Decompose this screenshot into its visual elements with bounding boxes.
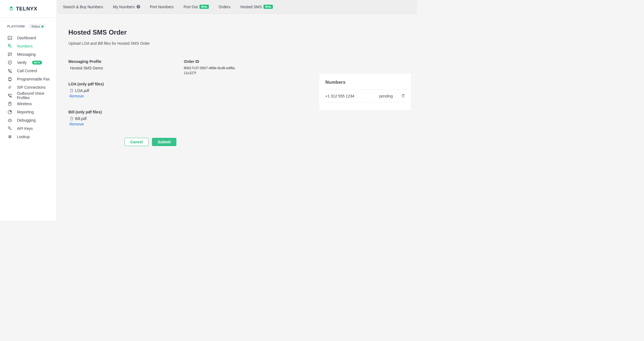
- sidebar-item-label: Wireless: [17, 102, 32, 106]
- tabbar: Search & Buy Numbers My Numbers ? Port N…: [57, 0, 417, 14]
- loa-remove-link[interactable]: Remove: [68, 94, 173, 98]
- status-dot-icon: [41, 26, 43, 27]
- sidebar-item-label: Reporting: [17, 110, 34, 114]
- trash-icon: [401, 94, 405, 98]
- tab-port-numbers[interactable]: Port Numbers: [150, 5, 174, 9]
- svg-point-16: [8, 127, 10, 128]
- sidebar-item-outbound-voice[interactable]: Outbound Voice Profiles: [7, 91, 57, 100]
- messaging-profile-label: Messaging Profile: [68, 59, 173, 64]
- tab-label: My Numbers: [113, 5, 135, 9]
- reporting-icon: [7, 109, 13, 115]
- svg-point-10: [10, 54, 10, 54]
- tab-hosted-sms[interactable]: Hosted SMS Beta: [240, 5, 273, 9]
- number-row: +1 312 555 1234 pending: [325, 90, 406, 103]
- tab-orders[interactable]: Orders: [219, 5, 231, 9]
- page-title: Hosted SMS Order: [68, 29, 406, 36]
- numbers-card-title: Numbers: [325, 80, 406, 90]
- svg-point-15: [9, 119, 11, 122]
- api-keys-icon: [7, 126, 13, 131]
- sidebar-item-label: Outbound Voice Profiles: [17, 91, 57, 100]
- bill-filename: Bill.pdf: [75, 116, 87, 121]
- order-id-label: Order ID: [184, 59, 236, 64]
- svg-marker-0: [9, 6, 13, 8]
- file-icon: [70, 89, 73, 93]
- tab-label: Port Out: [184, 5, 198, 9]
- svg-point-8: [10, 46, 10, 46]
- beta-badge: Beta: [199, 5, 209, 9]
- sidebar-item-call-control[interactable]: Call Control: [7, 67, 57, 75]
- delete-number-button[interactable]: [401, 94, 406, 99]
- number-phone: +1 312 555 1234: [325, 94, 379, 98]
- svg-point-11: [10, 54, 11, 54]
- brand-name: TELNYX: [16, 6, 37, 12]
- sidebar-item-numbers[interactable]: Numbers: [7, 42, 57, 50]
- logo[interactable]: TELNYX: [0, 0, 57, 18]
- sidebar-item-label: Lookup: [17, 135, 30, 139]
- sidebar-item-label: API Keys: [17, 126, 33, 131]
- sidebar-item-label: Debugging: [17, 118, 36, 122]
- sidebar-item-programmable-fax[interactable]: Programmable Fax: [7, 75, 57, 83]
- sidebar-nav: Dashboard Numbers Messaging: [7, 34, 57, 141]
- outbound-voice-icon: [7, 93, 12, 98]
- messaging-profile-value: Hosted SMS Demo: [68, 66, 173, 70]
- numbers-card: Numbers +1 312 555 1234 pending: [319, 74, 411, 110]
- tab-search-buy[interactable]: Search & Buy Numbers: [63, 5, 103, 9]
- beta-badge: BETA: [32, 61, 42, 65]
- lookup-icon: [7, 134, 13, 139]
- beta-badge: Beta: [263, 5, 273, 9]
- sidebar-section-label: PLATFORM: [7, 25, 25, 28]
- sidebar-item-label: SIP Connections: [17, 85, 46, 90]
- svg-rect-4: [8, 44, 10, 46]
- numbers-icon: [7, 43, 13, 49]
- sidebar-item-label: Call Control: [17, 69, 37, 73]
- sidebar-item-label: Numbers: [17, 44, 33, 48]
- sidebar-item-api-keys[interactable]: API Keys: [7, 124, 57, 133]
- messaging-icon: [7, 52, 13, 57]
- status-pill[interactable]: Status: [29, 24, 46, 29]
- bill-file: Bill.pdf: [68, 116, 173, 121]
- sidebar-item-lookup[interactable]: Lookup: [7, 133, 57, 141]
- loa-file: LOA.pdf: [68, 88, 173, 93]
- sidebar-item-verify[interactable]: Verify BETA: [7, 58, 57, 67]
- help-icon: ?: [137, 5, 140, 9]
- sidebar-item-label: Verify: [17, 60, 27, 65]
- order-id-value: 80017c37-0507-469e-8cd6-edf6a11c227f: [184, 66, 236, 76]
- svg-point-9: [9, 54, 9, 54]
- sidebar-item-reporting[interactable]: Reporting: [7, 108, 57, 116]
- file-icon: [70, 117, 73, 121]
- submit-button[interactable]: Submit: [152, 138, 176, 146]
- tab-my-numbers[interactable]: My Numbers ?: [113, 5, 140, 9]
- svg-point-7: [9, 46, 9, 46]
- call-control-icon: [7, 68, 13, 74]
- sidebar-item-dashboard[interactable]: Dashboard: [7, 34, 57, 42]
- sidebar-item-sip-connections[interactable]: SIP Connections: [7, 83, 57, 91]
- loa-filename: LOA.pdf: [75, 88, 89, 93]
- verify-icon: [7, 60, 13, 65]
- svg-marker-1: [9, 9, 11, 11]
- fax-icon: [7, 76, 13, 82]
- svg-marker-2: [11, 9, 13, 11]
- sidebar-item-label: Dashboard: [17, 36, 36, 40]
- debugging-icon: [7, 118, 13, 123]
- svg-rect-12: [9, 78, 12, 80]
- sidebar-item-messaging[interactable]: Messaging: [7, 50, 57, 58]
- sidebar-item-debugging[interactable]: Debugging: [7, 116, 57, 124]
- svg-point-5: [9, 45, 9, 45]
- wireless-icon: [7, 101, 13, 107]
- tab-port-out[interactable]: Port Out Beta: [184, 5, 209, 9]
- sidebar-item-label: Programmable Fax: [17, 77, 50, 81]
- sidebar-item-wireless[interactable]: Wireless: [7, 100, 57, 108]
- bill-remove-link[interactable]: Remove: [68, 122, 173, 126]
- dashboard-icon: [7, 35, 13, 41]
- number-status: pending: [379, 94, 401, 98]
- svg-point-6: [10, 45, 10, 45]
- tab-label: Hosted SMS: [240, 5, 262, 9]
- status-label: Status: [31, 25, 40, 28]
- telnyx-logo-icon: [8, 6, 14, 12]
- sip-icon: [7, 85, 13, 90]
- cancel-button[interactable]: Cancel: [124, 138, 149, 146]
- sidebar: TELNYX PLATFORM Status Dashboard: [0, 0, 57, 221]
- loa-label: LOA (only pdf files): [68, 82, 173, 86]
- page-subtitle: Upload LOA and Bill files for Hosted SMS…: [68, 41, 406, 46]
- bill-label: Bill (only pdf files): [68, 110, 173, 114]
